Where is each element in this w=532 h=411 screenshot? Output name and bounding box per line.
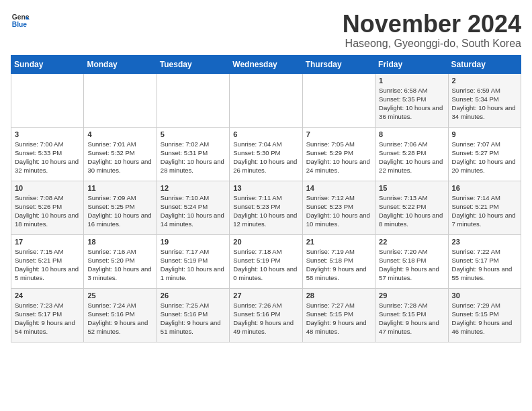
day-number: 22 [379, 238, 444, 246]
day-number: 14 [306, 184, 371, 192]
title-section: November 2024 Haseong, Gyeonggi-do, Sout… [343, 11, 521, 50]
calendar-cell: 16Sunrise: 7:14 AM Sunset: 5:21 PM Dayli… [448, 181, 521, 234]
calendar-cell: 13Sunrise: 7:11 AM Sunset: 5:23 PM Dayli… [230, 181, 302, 234]
day-header-wednesday: Wednesday [230, 55, 302, 73]
calendar-cell: 6Sunrise: 7:04 AM Sunset: 5:30 PM Daylig… [230, 127, 302, 181]
calendar-cell: 14Sunrise: 7:12 AM Sunset: 5:23 PM Dayli… [302, 181, 375, 234]
day-number: 15 [379, 184, 444, 192]
day-info: Sunrise: 7:02 AM Sunset: 5:31 PM Dayligh… [161, 140, 226, 175]
day-header-thursday: Thursday [302, 55, 375, 73]
day-header-saturday: Saturday [448, 55, 521, 73]
day-number: 30 [452, 291, 517, 300]
calendar-cell: 20Sunrise: 7:18 AM Sunset: 5:19 PM Dayli… [230, 234, 302, 288]
day-number: 7 [306, 130, 371, 138]
day-number: 17 [15, 238, 80, 246]
calendar-week-row: 24Sunrise: 7:23 AM Sunset: 5:17 PM Dayli… [11, 288, 521, 342]
day-info: Sunrise: 7:27 AM Sunset: 5:15 PM Dayligh… [306, 301, 371, 336]
calendar-cell: 21Sunrise: 7:19 AM Sunset: 5:18 PM Dayli… [302, 234, 375, 288]
logo: General Blue [11, 11, 30, 30]
calendar-cell [84, 73, 157, 127]
day-info: Sunrise: 7:13 AM Sunset: 5:22 PM Dayligh… [379, 193, 444, 229]
calendar-cell: 7Sunrise: 7:05 AM Sunset: 5:29 PM Daylig… [302, 127, 375, 181]
day-header-monday: Monday [84, 55, 157, 73]
calendar-cell: 8Sunrise: 7:06 AM Sunset: 5:28 PM Daylig… [375, 127, 448, 181]
day-info: Sunrise: 7:05 AM Sunset: 5:29 PM Dayligh… [306, 140, 371, 175]
calendar-cell: 2Sunrise: 6:59 AM Sunset: 5:34 PM Daylig… [448, 73, 521, 127]
calendar-cell: 23Sunrise: 7:22 AM Sunset: 5:17 PM Dayli… [448, 234, 521, 288]
calendar-cell: 11Sunrise: 7:09 AM Sunset: 5:25 PM Dayli… [84, 181, 157, 234]
day-info: Sunrise: 7:24 AM Sunset: 5:16 PM Dayligh… [87, 301, 152, 336]
calendar-cell: 30Sunrise: 7:29 AM Sunset: 5:15 PM Dayli… [448, 288, 521, 342]
logo-icon: General Blue [11, 11, 30, 30]
calendar-cell [157, 73, 229, 127]
day-info: Sunrise: 7:18 AM Sunset: 5:19 PM Dayligh… [233, 247, 298, 283]
day-info: Sunrise: 7:22 AM Sunset: 5:17 PM Dayligh… [452, 247, 517, 283]
calendar-cell [230, 73, 302, 127]
calendar-cell: 10Sunrise: 7:08 AM Sunset: 5:26 PM Dayli… [11, 181, 84, 234]
calendar-cell: 12Sunrise: 7:10 AM Sunset: 5:24 PM Dayli… [157, 181, 229, 234]
day-info: Sunrise: 7:06 AM Sunset: 5:28 PM Dayligh… [379, 140, 444, 175]
page-header: General Blue November 2024 Haseong, Gyeo… [11, 11, 521, 50]
day-number: 18 [87, 238, 152, 246]
day-number: 20 [233, 238, 298, 246]
calendar-cell: 24Sunrise: 7:23 AM Sunset: 5:17 PM Dayli… [11, 288, 84, 342]
day-number: 5 [161, 130, 226, 138]
calendar-cell: 18Sunrise: 7:16 AM Sunset: 5:20 PM Dayli… [84, 234, 157, 288]
day-number: 16 [452, 184, 517, 192]
calendar-week-row: 3Sunrise: 7:00 AM Sunset: 5:33 PM Daylig… [11, 127, 521, 181]
day-number: 25 [87, 291, 152, 300]
calendar-week-row: 1Sunrise: 6:58 AM Sunset: 5:35 PM Daylig… [11, 73, 521, 127]
day-header-tuesday: Tuesday [157, 55, 229, 73]
calendar-cell: 28Sunrise: 7:27 AM Sunset: 5:15 PM Dayli… [302, 288, 375, 342]
day-info: Sunrise: 7:14 AM Sunset: 5:21 PM Dayligh… [452, 193, 517, 229]
calendar-cell: 3Sunrise: 7:00 AM Sunset: 5:33 PM Daylig… [11, 127, 84, 181]
day-number: 8 [379, 130, 444, 138]
calendar-cell: 5Sunrise: 7:02 AM Sunset: 5:31 PM Daylig… [157, 127, 229, 181]
month-title: November 2024 [343, 11, 521, 38]
day-info: Sunrise: 7:29 AM Sunset: 5:15 PM Dayligh… [452, 301, 517, 336]
day-number: 12 [161, 184, 226, 192]
day-info: Sunrise: 7:09 AM Sunset: 5:25 PM Dayligh… [87, 193, 152, 229]
day-number: 23 [452, 238, 517, 246]
calendar-week-row: 10Sunrise: 7:08 AM Sunset: 5:26 PM Dayli… [11, 181, 521, 234]
day-number: 24 [15, 291, 80, 300]
calendar-cell: 4Sunrise: 7:01 AM Sunset: 5:32 PM Daylig… [84, 127, 157, 181]
day-number: 2 [452, 77, 517, 85]
day-info: Sunrise: 7:20 AM Sunset: 5:18 PM Dayligh… [379, 247, 444, 283]
day-info: Sunrise: 7:15 AM Sunset: 5:21 PM Dayligh… [15, 247, 80, 283]
day-number: 28 [306, 291, 371, 300]
day-info: Sunrise: 7:01 AM Sunset: 5:32 PM Dayligh… [87, 140, 152, 175]
day-number: 21 [306, 238, 371, 246]
day-info: Sunrise: 7:26 AM Sunset: 5:16 PM Dayligh… [233, 301, 298, 336]
calendar-cell [11, 73, 84, 127]
day-info: Sunrise: 7:00 AM Sunset: 5:33 PM Dayligh… [15, 140, 80, 175]
day-number: 9 [452, 130, 517, 138]
calendar-cell: 29Sunrise: 7:28 AM Sunset: 5:15 PM Dayli… [375, 288, 448, 342]
day-info: Sunrise: 7:07 AM Sunset: 5:27 PM Dayligh… [452, 140, 517, 175]
day-info: Sunrise: 7:25 AM Sunset: 5:16 PM Dayligh… [161, 301, 226, 336]
day-info: Sunrise: 7:23 AM Sunset: 5:17 PM Dayligh… [15, 301, 80, 336]
day-info: Sunrise: 7:10 AM Sunset: 5:24 PM Dayligh… [161, 193, 226, 229]
calendar-cell: 25Sunrise: 7:24 AM Sunset: 5:16 PM Dayli… [84, 288, 157, 342]
svg-text:Blue: Blue [12, 21, 28, 28]
day-number: 29 [379, 291, 444, 300]
calendar-cell: 9Sunrise: 7:07 AM Sunset: 5:27 PM Daylig… [448, 127, 521, 181]
day-number: 11 [87, 184, 152, 192]
day-info: Sunrise: 7:28 AM Sunset: 5:15 PM Dayligh… [379, 301, 444, 336]
calendar-cell: 19Sunrise: 7:17 AM Sunset: 5:19 PM Dayli… [157, 234, 229, 288]
day-number: 27 [233, 291, 298, 300]
calendar-table: SundayMondayTuesdayWednesdayThursdayFrid… [11, 55, 521, 342]
day-number: 10 [15, 184, 80, 192]
location-title: Haseong, Gyeonggi-do, South Korea [343, 38, 521, 50]
calendar-week-row: 17Sunrise: 7:15 AM Sunset: 5:21 PM Dayli… [11, 234, 521, 288]
day-info: Sunrise: 7:08 AM Sunset: 5:26 PM Dayligh… [15, 193, 80, 229]
calendar-cell: 17Sunrise: 7:15 AM Sunset: 5:21 PM Dayli… [11, 234, 84, 288]
day-info: Sunrise: 6:59 AM Sunset: 5:34 PM Dayligh… [452, 86, 517, 122]
calendar-cell: 27Sunrise: 7:26 AM Sunset: 5:16 PM Dayli… [230, 288, 302, 342]
day-number: 6 [233, 130, 298, 138]
day-info: Sunrise: 7:12 AM Sunset: 5:23 PM Dayligh… [306, 193, 371, 229]
day-info: Sunrise: 7:16 AM Sunset: 5:20 PM Dayligh… [87, 247, 152, 283]
calendar-cell: 15Sunrise: 7:13 AM Sunset: 5:22 PM Dayli… [375, 181, 448, 234]
day-header-sunday: Sunday [11, 55, 84, 73]
day-number: 26 [161, 291, 226, 300]
